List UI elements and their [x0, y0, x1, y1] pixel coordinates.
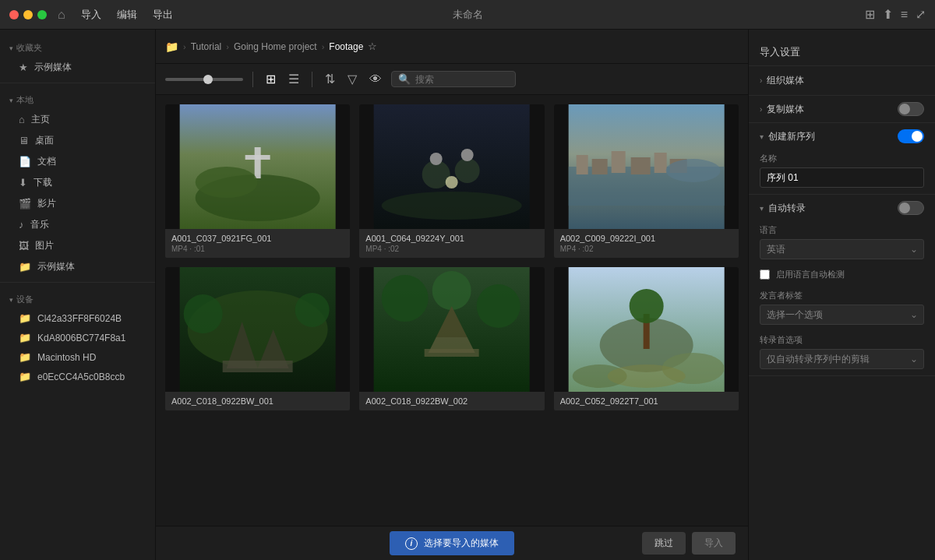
- toggle-knob: [899, 104, 910, 114]
- sequence-label: ▾ 创建新序列: [760, 130, 815, 143]
- media-item-2[interactable]: A002_C009_09222I_001MP4 · :02: [554, 104, 739, 258]
- share-icon[interactable]: ⬆: [883, 7, 893, 22]
- language-select[interactable]: 英语: [760, 239, 924, 259]
- media-info-2: A002_C009_09222I_001MP4 · :02: [554, 229, 739, 258]
- media-info-3: A002_C018_0922BW_001: [165, 392, 350, 410]
- thumbnail-size-slider[interactable]: [165, 78, 243, 81]
- media-item-3[interactable]: A002_C018_0922BW_001: [165, 267, 350, 410]
- filter-button[interactable]: ▽: [344, 69, 360, 90]
- breadcrumb-going-home[interactable]: Going Home project: [234, 41, 317, 52]
- media-item-1[interactable]: A001_C064_09224Y_001MP4 · :02: [359, 104, 544, 258]
- transcribe-toggle[interactable]: [898, 201, 924, 215]
- collapse-icon[interactable]: ⤢: [916, 7, 926, 22]
- slider-handle: [203, 75, 213, 84]
- right-panel: 导入设置 › 组织媒体 › 复制媒体: [748, 30, 935, 560]
- grid-view-button[interactable]: ⊞: [263, 69, 279, 90]
- breadcrumb-folder-icon[interactable]: 📁: [165, 41, 178, 53]
- sidebar-item-example-media-2[interactable]: 📁 示例媒体: [0, 256, 155, 277]
- panel-section-sequence: ▾ 创建新序列 名称: [749, 123, 935, 195]
- menu-icon[interactable]: ≡: [901, 8, 908, 22]
- svg-point-4: [196, 167, 258, 198]
- sidebar-section-collections[interactable]: ▾ 收藏夹: [0, 36, 155, 57]
- sidebar-item-desktop[interactable]: 🖥 桌面: [0, 130, 155, 151]
- sequence-name-label: 名称: [749, 150, 935, 166]
- speaker-select[interactable]: 选择一个选项: [760, 305, 924, 325]
- sidebar-section-local[interactable]: ▾ 本地: [0, 88, 155, 109]
- transcribe-options-select[interactable]: 仅自动转录序列中的剪辑: [760, 349, 924, 369]
- chevron-down-icon-2: ▾: [9, 97, 13, 104]
- skip-button[interactable]: 跳过: [642, 532, 686, 555]
- chevron-down-icon-transcribe: ▾: [760, 204, 764, 213]
- panel-section-organize: › 组织媒体: [749, 66, 935, 96]
- view-options-button[interactable]: 👁: [366, 69, 385, 90]
- sidebar-section-devices[interactable]: ▾ 设备: [0, 287, 155, 308]
- transcribe-label: ▾ 自动转录: [760, 202, 806, 215]
- sidebar-item-movies[interactable]: 🎬 影片: [0, 193, 155, 214]
- svg-point-9: [430, 153, 443, 165]
- media-name-2: A002_C009_09222I_001: [560, 234, 732, 243]
- minimize-button[interactable]: [23, 10, 33, 19]
- sidebar-item-pictures[interactable]: 🖼 图片: [0, 235, 155, 256]
- copy-toggle[interactable]: [898, 102, 924, 116]
- panels-icon[interactable]: ⊞: [865, 7, 875, 22]
- search-input[interactable]: [415, 74, 509, 85]
- menu-import[interactable]: 导入: [81, 8, 101, 22]
- divider-1: [0, 83, 155, 83]
- favorite-icon[interactable]: ☆: [368, 41, 377, 52]
- menu-edit[interactable]: 编辑: [117, 8, 137, 22]
- breadcrumb-footage[interactable]: Footage: [329, 41, 363, 52]
- list-view-button[interactable]: ☰: [285, 69, 302, 90]
- sidebar-item-device1[interactable]: 📁 Cl42a33FF8F6024B: [0, 308, 155, 328]
- media-name-1: A001_C064_09224Y_001: [365, 234, 538, 243]
- media-item-4[interactable]: A002_C018_0922BW_002: [359, 267, 544, 410]
- media-item-5[interactable]: A002_C052_0922T7_001: [554, 267, 739, 410]
- media-item-0[interactable]: A001_C037_0921FG_001MP4 · :01: [165, 104, 350, 258]
- speaker-label: 发言者标签: [749, 287, 935, 303]
- transcribe-options-label: 转录首选项: [749, 331, 935, 347]
- svg-point-20: [665, 159, 720, 182]
- auto-detect-label: 启用语言自动检测: [776, 269, 845, 280]
- search-box[interactable]: 🔍: [391, 71, 516, 87]
- select-media-button[interactable]: i 选择要导入的媒体: [390, 531, 514, 555]
- titlebar-right: ⊞ ⬆ ≡ ⤢: [865, 7, 926, 22]
- menu-bar: 导入 编辑 导出: [81, 8, 173, 22]
- sidebar-item-downloads[interactable]: ⬇ 下载: [0, 172, 155, 193]
- star-icon: ★: [19, 62, 28, 73]
- window-controls[interactable]: [9, 10, 47, 19]
- sidebar-item-music[interactable]: ♪ 音乐: [0, 214, 155, 235]
- maximize-button[interactable]: [37, 10, 47, 19]
- sidebar-item-device3[interactable]: 📁 Macintosh HD: [0, 347, 155, 367]
- sequence-name-input[interactable]: [760, 167, 924, 188]
- sidebar-item-documents[interactable]: 📄 文档: [0, 151, 155, 172]
- menu-export[interactable]: 导出: [153, 8, 173, 22]
- organize-header-left: › 组织媒体: [760, 74, 804, 87]
- sidebar-item-device4[interactable]: 📁 e0EcCC4A5c0B8ccb: [0, 367, 155, 386]
- svg-point-8: [455, 158, 480, 183]
- main-layout: ▾ 收藏夹 ★ 示例媒体 ▾ 本地 ⌂ 主页 🖥 桌面 📄 文档 ⬇ 下载: [0, 30, 935, 560]
- media-name-0: A001_C037_0921FG_001: [171, 234, 344, 243]
- devices-label: 设备: [16, 294, 34, 305]
- svg-point-29: [382, 275, 429, 322]
- breadcrumb-bar: 📁 › Tutorial › Going Home project › Foot…: [156, 30, 748, 64]
- copy-media-label: 复制媒体: [767, 103, 804, 116]
- auto-detect-row: 启用语言自动检测: [749, 266, 935, 287]
- sidebar-item-device2[interactable]: 📁 KdA8006BC774F8a1: [0, 328, 155, 347]
- sequence-toggle[interactable]: [898, 129, 924, 143]
- breadcrumb-tutorial[interactable]: Tutorial: [191, 41, 222, 52]
- home-icon-2: ⌂: [19, 114, 25, 125]
- media-info-0: A001_C037_0921FG_001MP4 · :01: [165, 229, 350, 258]
- sidebar-item-label: 图片: [35, 239, 54, 252]
- sort-button[interactable]: ⇅: [322, 69, 338, 90]
- organize-section-header[interactable]: › 组织媒体: [749, 66, 935, 95]
- media-name-3: A002_C018_0922BW_001: [171, 396, 344, 406]
- auto-detect-checkbox[interactable]: [760, 269, 770, 280]
- transcribe-toggle-row: ▾ 自动转录: [749, 195, 935, 221]
- divider-2: [0, 282, 155, 283]
- home-icon[interactable]: ⌂: [58, 8, 65, 22]
- import-button[interactable]: 导入: [692, 532, 736, 555]
- close-button[interactable]: [9, 10, 19, 19]
- svg-rect-16: [611, 151, 625, 173]
- sidebar-item-home[interactable]: ⌂ 主页: [0, 109, 155, 130]
- sidebar-item-example-media[interactable]: ★ 示例媒体: [0, 57, 155, 78]
- sidebar-item-label: 音乐: [30, 218, 49, 231]
